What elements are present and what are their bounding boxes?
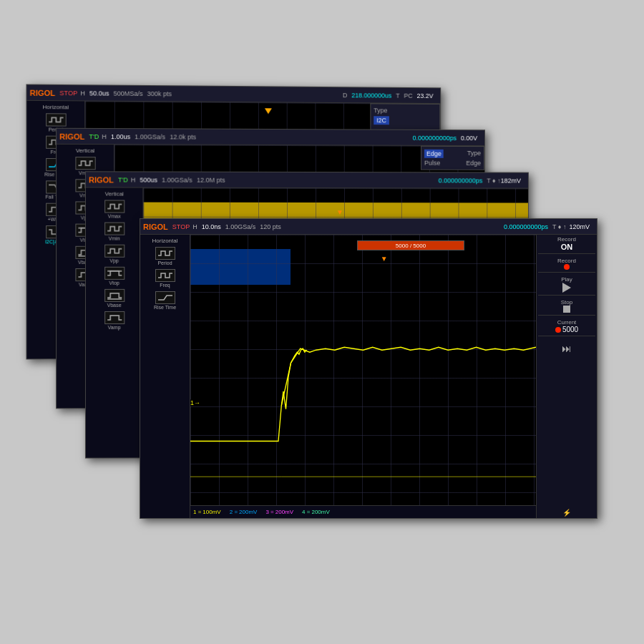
- vmax-icon: [75, 157, 95, 170]
- s4-rise: Rise Time: [142, 291, 188, 310]
- screen4-sidebar-title: Horizontal: [142, 238, 188, 244]
- s4-rise-icon: [155, 291, 175, 304]
- screen4-header: RIGOL STOP H 10.0ns 1.00GSa/s 120 pts 0.…: [140, 219, 597, 235]
- screen2-pts: 12.0k pts: [170, 133, 196, 140]
- s4-ch3-info: 3 = 200mV: [265, 509, 293, 515]
- s4-period-icon: [155, 247, 175, 260]
- s3-vmax-icon: [104, 200, 125, 213]
- screen1-d: D: [343, 92, 347, 99]
- screen2-logo: RIGOL: [59, 132, 84, 140]
- s4-rise-label: Rise Time: [154, 305, 176, 310]
- screen3-sample: 1.00GSa/s: [162, 176, 192, 183]
- screen2-t-value: 0.00V: [461, 135, 477, 142]
- screen3-h-label: H: [131, 176, 136, 183]
- s3-vtop-label: Vtop: [109, 280, 119, 286]
- s3-vbase-label: Vbase: [107, 303, 122, 308]
- trigger-marker: [265, 108, 272, 114]
- screen1-pts: 300k pts: [147, 90, 172, 97]
- edge-btn2[interactable]: Edge: [466, 160, 481, 167]
- s4-ch2-info: 2 = 200mV: [230, 509, 258, 515]
- screen2-trigger-popup: Edge Type Pulse Edge: [421, 146, 484, 170]
- trigger-i2c-label[interactable]: I2C: [374, 116, 389, 125]
- screen4-d-value: 0.000000000ps: [504, 223, 548, 230]
- s3-vmin: Vmin: [87, 223, 141, 241]
- screen4-logo: RIGOL: [143, 223, 168, 231]
- s4-ch1-info: 1 = 100mV: [193, 509, 221, 515]
- screen3-status: T'D: [118, 176, 128, 183]
- s4-freq-icon: [155, 269, 175, 282]
- screen3-pts: 12.0M pts: [197, 176, 225, 183]
- play-section: Play: [538, 276, 595, 296]
- current-dot: [555, 327, 561, 333]
- play-btn-container: [538, 283, 595, 293]
- screen4-t-label: T ♦ ↑: [552, 223, 566, 230]
- s3-vmax: Vmax: [87, 200, 141, 218]
- skip-btn-container: ⏭: [538, 343, 595, 354]
- s4-period: Period: [142, 247, 188, 265]
- s3-vmin-icon: [104, 223, 125, 235]
- stop-btn-container: [538, 306, 595, 313]
- screen3-t-value: 182mV: [501, 177, 521, 184]
- screen2-h-label: H: [102, 133, 107, 140]
- s3-vpp-icon: [104, 245, 125, 258]
- s3-vtop: Vtop: [87, 267, 141, 286]
- record2-section: Record: [538, 258, 595, 273]
- screen4-waveform: [190, 235, 536, 505]
- screen2-status: T'D: [89, 132, 99, 140]
- s4-freq: Freq: [142, 269, 188, 288]
- s4-ch4-info: 4 = 200mV: [302, 509, 330, 515]
- s3-vmin-label: Vmin: [109, 236, 120, 241]
- current-section: Current 5000: [538, 319, 595, 336]
- s3-vamp-label: Vamp: [108, 325, 121, 330]
- record-dot[interactable]: [564, 264, 570, 270]
- s3-vpp: Vpp: [87, 245, 141, 263]
- screen4-sidebar: Horizontal Period Freq: [140, 235, 190, 518]
- skip-button[interactable]: ⏭: [562, 343, 572, 354]
- screen1-trigger-popup: Type I2C: [370, 103, 440, 130]
- screen3-t-label: T ♦ ↑: [487, 177, 500, 184]
- edge-btn[interactable]: Edge: [424, 150, 444, 158]
- s3-vtop-icon: [104, 267, 125, 280]
- screen1-sample: 500MSa/s: [114, 89, 143, 97]
- stop-label: Stop: [538, 299, 595, 306]
- s3-vmax-label: Vmax: [108, 214, 121, 219]
- screen4-h-label: H: [192, 223, 197, 230]
- s3-vamp: Vamp: [87, 311, 141, 330]
- pulse-btn[interactable]: Pulse: [424, 160, 440, 167]
- record-dot-container: [538, 264, 595, 270]
- screen3-logo: RIGOL: [89, 175, 114, 184]
- s3-vbase: Vbase: [87, 289, 141, 308]
- screen1-d-value: 218.000000us: [351, 92, 391, 99]
- screen1-h-value: 50.0us: [89, 89, 109, 97]
- trigger-i2c-row: I2C: [374, 116, 436, 125]
- oscilloscope-scene: RIGOL STOP H 50.0us 500MSa/s 300k pts D …: [29, 86, 615, 558]
- screen4-main: 5000 / 5000 ▼ 1→ 1 = 100mV 2 = 200m: [190, 235, 536, 518]
- current-value: 5000: [562, 326, 578, 333]
- screen4-sample: 1.00GSa/s: [225, 223, 256, 230]
- screen3-header: RIGOL T'D H 500us 1.00GSa/s 12.0M pts 0.…: [86, 172, 528, 188]
- record-on-value: ON: [538, 243, 595, 251]
- screen3-sidebar-title: Vertical: [87, 190, 141, 197]
- screen3-h-value: 500us: [140, 176, 157, 183]
- screen4-body: Horizontal Period Freq: [140, 235, 597, 518]
- screen4-bottom: 1 = 100mV 2 = 200mV 3 = 200mV 4 = 200mV: [190, 505, 536, 518]
- screen3-trigger-marker: ▼: [336, 208, 343, 216]
- s4-period-label: Period: [157, 260, 172, 265]
- usb-icon: ⚡: [562, 509, 571, 517]
- play-button[interactable]: [562, 283, 571, 293]
- screen1-h-label: H: [80, 89, 85, 97]
- screen4-pts: 120 pts: [260, 223, 281, 230]
- record-section: Record ON: [538, 236, 595, 254]
- screen3-sidebar: Vertical Vmax Vmin V: [86, 187, 143, 457]
- screen-4: RIGOL STOP H 10.0ns 1.00GSa/s 120 pts 0.…: [140, 218, 597, 519]
- screen2-d-value: 0.000000000ps: [413, 134, 457, 141]
- screen4-right-panel: Record ON Record Play Stop: [536, 235, 597, 518]
- type-btn[interactable]: Type: [467, 150, 481, 158]
- s3-vbase-icon: [104, 289, 125, 302]
- current-label: Current: [538, 319, 595, 326]
- screen1-t: T: [396, 92, 399, 99]
- screen1-pc: PC: [404, 92, 412, 99]
- screen4-status: STOP: [172, 223, 190, 230]
- stop-button[interactable]: [563, 306, 570, 313]
- s4-freq-label: Freq: [160, 283, 170, 288]
